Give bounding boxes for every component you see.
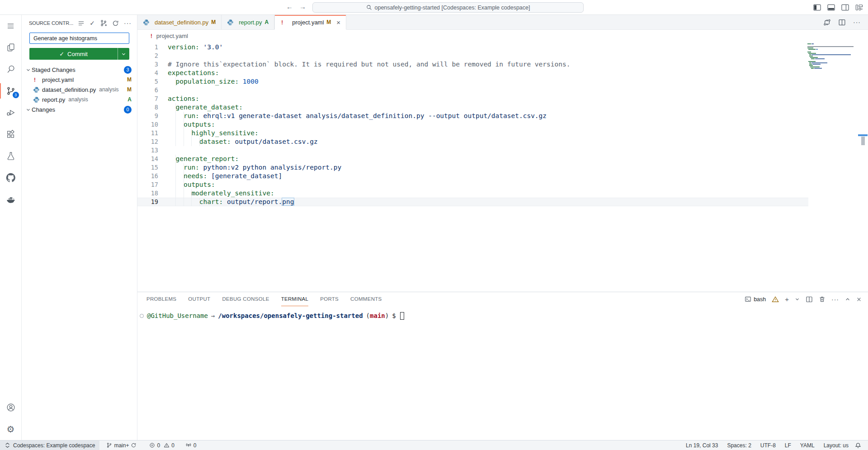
terminal-dropdown-icon[interactable] — [795, 297, 800, 302]
more-actions-icon[interactable]: ··· — [124, 20, 132, 26]
keyboard-layout-item[interactable]: Layout: us — [821, 441, 852, 450]
code-line-19[interactable]: 19 chart: output/report.png — [137, 198, 808, 206]
code-line-15[interactable]: 15 run: python:v2 python analysis/report… — [137, 163, 808, 172]
line-number: 14 — [137, 155, 158, 163]
tab-dataset_definition.py[interactable]: dataset_definition.pyM — [137, 15, 222, 29]
maximize-panel-icon[interactable] — [845, 297, 850, 302]
python-file-icon — [33, 96, 42, 103]
code-line-6[interactable]: 6 — [137, 86, 808, 95]
editor-group: dataset_definition.pyMreport.pyA!project… — [137, 15, 868, 440]
branch-status-item[interactable]: main+ — [103, 441, 140, 450]
search-view-icon[interactable] — [0, 58, 22, 80]
notifications-bell-icon[interactable] — [852, 441, 864, 450]
remote-indicator[interactable]: Codespaces: Example codespace — [0, 441, 99, 450]
code-line-16[interactable]: 16 needs: [generate_dataset] — [137, 172, 808, 180]
split-terminal-icon[interactable] — [806, 296, 813, 303]
editor-more-actions-icon[interactable]: ··· — [853, 19, 861, 25]
code-line-11[interactable]: 11 highly_sensitive: — [137, 129, 808, 137]
testing-icon[interactable] — [0, 145, 22, 167]
toggle-secondary-sidebar-icon[interactable] — [841, 3, 849, 12]
panel-tab-debug-console[interactable]: DEBUG CONSOLE — [222, 292, 269, 306]
language-mode-item[interactable]: YAML — [797, 441, 818, 450]
scm-file-dataset_definition.py[interactable]: dataset_definition.pyanalysisM — [22, 85, 137, 95]
refresh-icon[interactable] — [112, 20, 119, 27]
close-tab-icon[interactable]: × — [336, 19, 340, 26]
menu-icon[interactable] — [0, 15, 22, 37]
panel-tab-problems[interactable]: PROBLEMS — [146, 292, 176, 306]
commit-check-icon[interactable]: ✓ — [90, 20, 95, 26]
extensions-icon[interactable] — [0, 123, 22, 145]
minimap[interactable] — [807, 43, 861, 69]
code-line-18[interactable]: 18 moderately_sensitive: — [137, 189, 808, 198]
cursor-position-item[interactable]: Ln 19, Col 33 — [683, 441, 721, 450]
scm-file-project.yaml[interactable]: !project.yamlM — [22, 75, 137, 85]
panel-tab-terminal[interactable]: TERMINAL — [281, 292, 309, 306]
panel-more-actions-icon[interactable]: ··· — [831, 296, 839, 303]
tab-report.py[interactable]: report.pyA — [222, 15, 274, 29]
panel-tab-output[interactable]: OUTPUT — [188, 292, 210, 306]
yaml-file-icon: ! — [33, 76, 42, 83]
kill-terminal-icon[interactable] — [819, 296, 826, 303]
breadcrumb[interactable]: ! project.yaml — [137, 30, 868, 42]
code-line-13[interactable]: 13 — [137, 146, 808, 155]
scrollbar-slider[interactable] — [861, 137, 865, 145]
scm-file-report.py[interactable]: report.pyanalysisA — [22, 95, 137, 104]
customize-layout-icon[interactable] — [855, 3, 863, 12]
toggle-primary-sidebar-icon[interactable] — [813, 3, 821, 12]
panel-tab-ports[interactable]: PORTS — [320, 292, 339, 306]
settings-gear-icon[interactable]: ⚙ — [0, 418, 22, 440]
commit-dropdown[interactable] — [118, 48, 129, 60]
github-icon[interactable] — [0, 167, 22, 189]
chevron-down-icon — [24, 107, 32, 112]
code-line-2[interactable]: 2 — [137, 52, 808, 60]
code-line-3[interactable]: 3# Ignore this`expectation` block. It is… — [137, 60, 808, 69]
problems-status-item[interactable]: 0 0 — [146, 441, 177, 450]
code-line-14[interactable]: 14 generate_report: — [137, 155, 808, 163]
code-line-5[interactable]: 5 population_size: 1000 — [137, 77, 808, 86]
code-line-9[interactable]: 9 run: ehrql:v1 generate-dataset analysi… — [137, 112, 808, 120]
close-panel-icon[interactable] — [856, 297, 862, 302]
toggle-panel-icon[interactable] — [827, 3, 835, 12]
ports-status-item[interactable]: 0 — [182, 441, 200, 450]
overview-ruler[interactable] — [858, 134, 868, 145]
indentation-item[interactable]: Spaces: 2 — [724, 441, 754, 450]
open-changes-icon[interactable] — [823, 19, 831, 26]
run-and-debug-icon[interactable] — [0, 102, 22, 123]
code-line-7[interactable]: 7actions: — [137, 95, 808, 103]
commit-message-input[interactable] — [29, 33, 129, 44]
terminal-content[interactable]: @GitHub_Username → /workspaces/opensafel… — [137, 306, 868, 440]
branch-create-icon[interactable] — [100, 19, 107, 27]
terminal-warning-icon[interactable] — [772, 296, 779, 303]
code-line-1[interactable]: 1version: '3.0' — [137, 43, 808, 52]
eol-item[interactable]: LF — [782, 441, 794, 450]
scm-group-changes[interactable]: Changes0 — [22, 104, 137, 114]
code-line-8[interactable]: 8 generate_dataset: — [137, 103, 808, 112]
code-line-10[interactable]: 10 outputs: — [137, 120, 808, 129]
git-status-letter: A — [127, 96, 132, 103]
panel-tab-comments[interactable]: COMMENTS — [350, 292, 382, 306]
code-line-4[interactable]: 4expectations: — [137, 69, 808, 77]
new-terminal-icon[interactable]: + — [785, 296, 789, 303]
docker-icon[interactable] — [0, 189, 22, 210]
code-line-12[interactable]: 12 dataset: output/dataset.csv.gz — [137, 137, 808, 146]
ports-count: 0 — [193, 442, 197, 449]
split-editor-icon[interactable] — [838, 19, 846, 26]
scm-badge: 3 — [12, 91, 19, 99]
back-icon[interactable]: ← — [286, 3, 293, 10]
forward-icon[interactable]: → — [299, 3, 306, 10]
commit-button[interactable]: ✓ Commit — [29, 48, 129, 60]
command-center-search[interactable]: opensafely-getting-started [Codespaces: … — [312, 2, 584, 13]
source-control-icon[interactable]: 3 — [0, 80, 22, 102]
view-and-sort-icon[interactable] — [78, 20, 85, 27]
code-line-17[interactable]: 17 outputs: — [137, 180, 808, 189]
code-editor[interactable]: 1version: '3.0'23# Ignore this`expectati… — [137, 42, 868, 292]
terminal-prompt-char: $ — [389, 311, 396, 320]
command-decoration-icon[interactable] — [140, 314, 144, 318]
scm-group-staged-changes[interactable]: Staged Changes3 — [22, 65, 137, 75]
accounts-icon[interactable] — [0, 397, 22, 418]
encoding-item[interactable]: UTF-8 — [757, 441, 779, 450]
tab-project.yaml[interactable]: !project.yamlM× — [274, 15, 346, 29]
bottom-panel: PROBLEMSOUTPUTDEBUG CONSOLETERMINALPORTS… — [137, 292, 868, 440]
explorer-icon[interactable] — [0, 37, 22, 58]
terminal-shell-item[interactable]: bash — [745, 296, 766, 303]
